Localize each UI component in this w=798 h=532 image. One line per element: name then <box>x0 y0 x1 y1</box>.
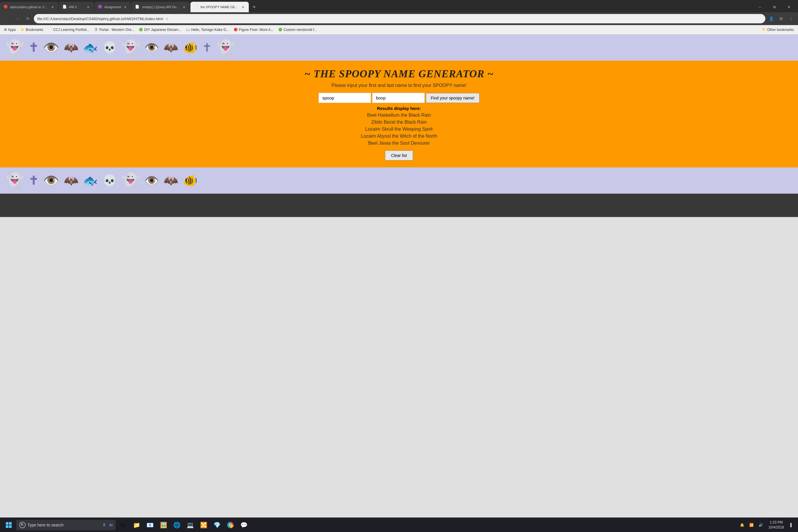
banner-ghost2-icon: 👻 <box>121 39 140 56</box>
result-item-5: Beel Javas the Soul Devourer <box>6 140 792 146</box>
tab-close-jquery[interactable]: ✕ <box>182 5 186 10</box>
bookmark-other[interactable]: 📁 Other bookmarks <box>760 27 796 32</box>
tab-github[interactable]: 🔴 siphry/siphry.github.io: CS460 ✕ <box>0 2 58 12</box>
chrome-button[interactable] <box>224 518 237 531</box>
photos-button[interactable]: 🖼️ <box>157 518 170 531</box>
show-desktop-button[interactable]: ▌ <box>787 518 796 531</box>
footer-bat-icon: 🦇 <box>64 174 78 188</box>
minimize-button[interactable]: ─ <box>753 2 766 12</box>
banner-eye2-icon: 👁️ <box>145 41 159 55</box>
tab-hw2[interactable]: 📄 HW 2 ✕ <box>59 2 94 12</box>
discord-button[interactable]: 💬 <box>238 518 250 531</box>
figure-favicon: 🔴 <box>234 28 238 32</box>
tab-close-github[interactable]: ✕ <box>50 5 55 10</box>
outlook-icon: 📧 <box>147 521 154 529</box>
tab-assignment[interactable]: 🟣 Assignment ✕ <box>95 2 131 12</box>
tab-jquery[interactable]: 📄 .empty() | jQuery API Docume... ✕ <box>132 2 190 12</box>
clock-date: 10/4/2018 <box>768 525 784 530</box>
footer-fish-icon: 🐟 <box>83 174 98 188</box>
first-name-input[interactable] <box>319 93 371 103</box>
banner-fish2-icon: 🐠 <box>183 41 197 55</box>
taskbar-search[interactable]: 🔍 Type here to search 🎙 Ai <box>16 520 115 530</box>
bookmark-nendoroid[interactable]: 🟢 Custom nendoroid f... <box>277 27 319 32</box>
bookmark-portal[interactable]: 🛡️ Portal - Western Ore... <box>92 27 136 32</box>
tab-close-spoopy[interactable]: ✕ <box>241 5 245 10</box>
gem-icon: 💎 <box>213 521 221 529</box>
bookmark-apps[interactable]: ⊞ Apps <box>2 27 18 32</box>
find-spoopy-name-button[interactable]: Find your spoopy name! <box>426 93 479 103</box>
banner-ghost-icon: 👻 <box>6 39 24 56</box>
forward-button[interactable]: → <box>13 14 22 23</box>
tab-label-spoopy: the SPOOPY NAME GENERAT... <box>201 5 239 9</box>
network-icon[interactable]: 📶 <box>747 518 756 531</box>
banner-fish-icon: 🐟 <box>83 41 98 55</box>
banner-eyeball-icon: 👁️ <box>43 40 59 55</box>
browser-chrome: 🔴 siphry/siphry.github.io: CS460 ✕ 📄 HW … <box>0 0 798 34</box>
banner-cross-icon: ✝ <box>28 41 38 54</box>
apps-grid-icon: ⊞ <box>4 28 7 32</box>
tab-favicon-spoopy: 📄 <box>194 5 198 10</box>
result-item-1: Beel Haskellum the Black Rain <box>6 113 792 118</box>
dark-section <box>0 194 798 217</box>
microphone-icon[interactable]: 🎙 <box>102 522 107 527</box>
volume-icon[interactable]: 🔊 <box>757 518 765 531</box>
footer-ghost2-icon: 👻 <box>121 172 140 189</box>
bookmark-apps-label: Apps <box>8 28 16 32</box>
task-view-button[interactable]: 🗂 <box>117 518 130 531</box>
svg-rect-0 <box>6 522 8 525</box>
tab-label-github: siphry/siphry.github.io: CS460 <box>10 5 49 9</box>
search-circle-icon: 🔍 <box>19 522 26 528</box>
search-magnifier-icon: 🔍 <box>21 523 24 527</box>
tab-favicon-jquery: 📄 <box>135 5 140 10</box>
tab-favicon-assignment: 🟣 <box>98 5 103 10</box>
last-name-input[interactable] <box>372 93 425 103</box>
vscode-icon: 💻 <box>187 521 194 529</box>
tab-close-assignment[interactable]: ✕ <box>123 5 128 10</box>
new-tab-button[interactable]: + <box>249 2 259 12</box>
discord-icon: 💬 <box>240 521 248 529</box>
notifications-icon[interactable]: 🔔 <box>738 518 746 531</box>
system-clock[interactable]: 1:33 PM 10/4/2018 <box>766 520 786 530</box>
diy-favicon: 🟢 <box>139 28 143 32</box>
tab-label-assignment: Assignment <box>104 5 121 9</box>
portal-favicon: 🛡️ <box>94 28 98 32</box>
refresh-button[interactable]: ↻ <box>23 14 33 23</box>
vscode-button[interactable]: 💻 <box>184 518 196 531</box>
result-item-3: Lozaim Skrull the Weeping Spirit <box>6 127 792 132</box>
nav-icons-right: 👤 ⚙ ⋮ <box>766 14 796 23</box>
app-gem-button[interactable]: 💎 <box>211 518 223 531</box>
footer-eye2-icon: 👁️ <box>145 174 159 188</box>
file-explorer-button[interactable]: 📁 <box>130 518 143 531</box>
input-row: Find your spoopy name! <box>6 93 792 103</box>
start-button[interactable] <box>2 518 15 531</box>
banner-bat-icon: 🦇 <box>64 41 78 55</box>
taskbar: 🔍 Type here to search 🎙 Ai 🗂 📁 📧 🖼️ 🌐 💻 … <box>0 517 798 532</box>
bookmark-tamago[interactable]: 📖 Hello, Tamago Kake G... <box>184 27 231 32</box>
clear-list-button[interactable]: Clear list <box>385 151 413 160</box>
outlook-button[interactable]: 📧 <box>144 518 156 531</box>
menu-button[interactable]: ⋮ <box>786 14 796 23</box>
tab-spoopy[interactable]: 📄 the SPOOPY NAME GENERAT... ✕ <box>190 2 249 12</box>
bookmark-bookmarks[interactable]: ⭐ Bookmarks <box>19 27 45 32</box>
restore-button[interactable]: ⧉ <box>768 2 781 12</box>
back-button[interactable]: ← <box>2 14 12 23</box>
bookmark-diy[interactable]: 🟢 DIY Japanese Dioram... <box>137 27 183 32</box>
close-button[interactable]: ✕ <box>782 2 796 12</box>
banner-cross2-icon: ✝ <box>202 41 212 54</box>
browser-app-button[interactable]: 🌐 <box>170 518 183 531</box>
git-button[interactable]: 🔀 <box>197 518 210 531</box>
browser-app-icon: 🌐 <box>173 521 180 529</box>
tab-bar: 🔴 siphry/siphry.github.io: CS460 ✕ 📄 HW … <box>0 0 798 12</box>
address-bar[interactable]: file:///C:/Users/staci/Desktop/CS460/sip… <box>34 14 765 23</box>
bookmark-ccj[interactable]: 📄 CCJ Learning Portfoli... <box>46 27 91 32</box>
bookmark-figure[interactable]: 🔴 Figure Fixer: More A... <box>232 27 276 32</box>
footer-ghost-icon: 👻 <box>6 172 24 189</box>
bookmark-star-icon[interactable]: ☆ <box>165 17 169 21</box>
tab-favicon-hw2: 📄 <box>62 5 67 10</box>
tab-close-hw2[interactable]: ✕ <box>86 5 90 10</box>
user-account-button[interactable]: 👤 <box>766 14 776 23</box>
svg-rect-3 <box>9 525 12 528</box>
extensions-button[interactable]: ⚙ <box>776 14 786 23</box>
address-bar-icons: ☆ <box>165 17 169 21</box>
system-tray: 🔔 📶 🔊 1:33 PM 10/4/2018 ▌ <box>738 518 796 531</box>
